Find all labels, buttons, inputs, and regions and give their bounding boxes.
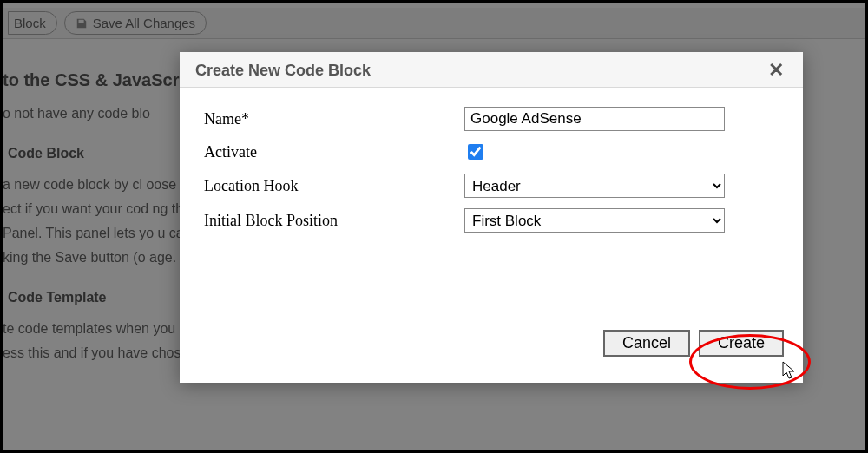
modal-footer: Cancel Create xyxy=(180,330,803,383)
label-activate: Activate xyxy=(204,143,464,161)
label-name: Name* xyxy=(204,110,464,128)
modal-title: Create New Code Block xyxy=(195,62,371,80)
label-hook: Location Hook xyxy=(204,177,464,195)
location-hook-select[interactable]: Header xyxy=(464,174,725,198)
create-codeblock-modal: Create New Code Block ✕ Name* Activate L… xyxy=(180,52,803,383)
create-button[interactable]: Create xyxy=(699,330,784,357)
activate-checkbox[interactable] xyxy=(468,144,483,160)
cancel-button[interactable]: Cancel xyxy=(603,330,690,357)
modal-header: Create New Code Block ✕ xyxy=(180,52,803,88)
modal-body: Name* Activate Location Hook Header xyxy=(180,88,803,330)
row-name: Name* xyxy=(204,107,784,131)
row-hook: Location Hook Header xyxy=(204,174,784,198)
row-position: Initial Block Position First Block xyxy=(204,208,784,233)
label-position: Initial Block Position xyxy=(204,212,464,230)
row-activate: Activate xyxy=(204,141,784,163)
close-icon[interactable]: ✕ xyxy=(765,61,787,80)
name-input[interactable] xyxy=(464,107,725,131)
initial-position-select[interactable]: First Block xyxy=(464,208,725,233)
